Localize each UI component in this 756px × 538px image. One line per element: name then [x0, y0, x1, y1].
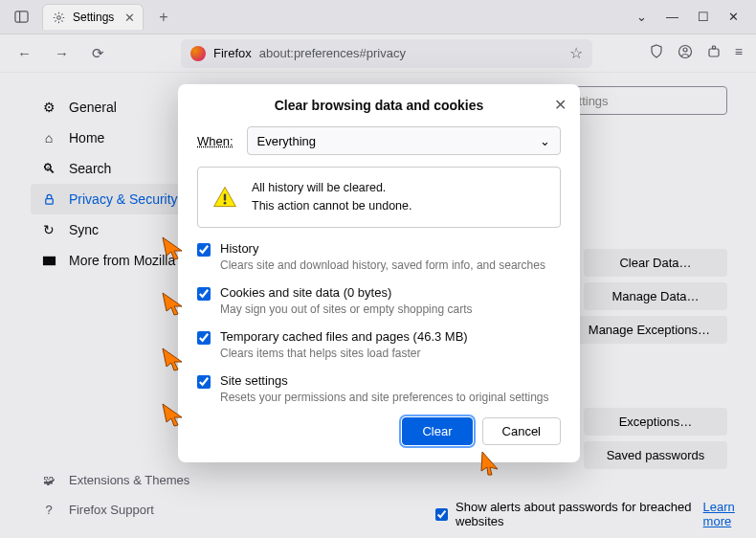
option-label: Site settings	[220, 373, 561, 388]
warning-text: All history will be cleared. This action…	[252, 179, 411, 215]
option-history: History Clears site and download history…	[197, 241, 561, 272]
option-label: History	[220, 241, 561, 256]
warning-box: All history will be cleared. This action…	[197, 167, 561, 228]
when-select[interactable]: Everything ⌄	[247, 126, 561, 155]
cookies-checkbox[interactable]	[197, 287, 211, 301]
when-value: Everything	[257, 134, 316, 148]
warning-line1: All history will be cleared.	[252, 179, 411, 197]
cancel-button[interactable]: Cancel	[482, 417, 561, 445]
svg-point-10	[224, 201, 227, 204]
clear-data-dialog: Clear browsing data and cookies ✕ When: …	[178, 84, 580, 462]
when-row: When: Everything ⌄	[197, 126, 561, 155]
warning-line2: This action cannot be undone.	[252, 197, 411, 215]
option-label: Temporary cached files and pages (46.3 M…	[220, 329, 561, 344]
option-cookies: Cookies and site data (0 bytes) May sign…	[197, 285, 561, 316]
option-desc: Resets your permissions and site prefere…	[220, 391, 561, 404]
option-label: Cookies and site data (0 bytes)	[220, 285, 561, 300]
cache-checkbox[interactable]	[197, 331, 211, 345]
warning-icon	[211, 184, 238, 211]
dialog-actions: Clear Cancel	[197, 417, 561, 445]
option-desc: Clears items that helps sites load faste…	[220, 347, 561, 360]
chevron-down-icon: ⌄	[540, 134, 550, 148]
dialog-title: Clear browsing data and cookies	[197, 98, 561, 113]
option-site-settings: Site settings Resets your permissions an…	[197, 373, 561, 404]
site-settings-checkbox[interactable]	[197, 375, 211, 389]
when-label: When:	[197, 134, 233, 148]
option-cache: Temporary cached files and pages (46.3 M…	[197, 329, 561, 360]
clear-button[interactable]: Clear	[402, 417, 472, 445]
option-desc: May sign you out of sites or empty shopp…	[220, 303, 561, 316]
dialog-close-icon[interactable]: ✕	[554, 96, 567, 114]
option-desc: Clears site and download history, saved …	[220, 258, 561, 272]
history-checkbox[interactable]	[197, 243, 211, 257]
svg-rect-9	[224, 193, 226, 200]
